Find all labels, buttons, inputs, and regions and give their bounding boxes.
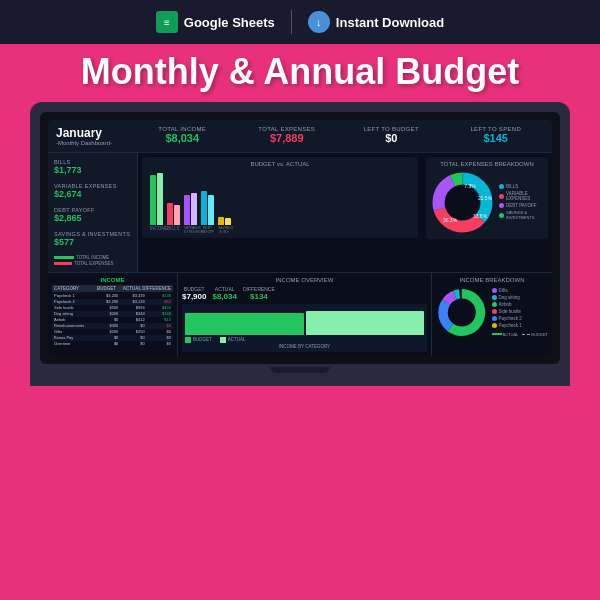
- variable-legend-label: VARIABLE EXPENSES: [506, 191, 544, 201]
- row-cat: Gifts: [54, 329, 92, 334]
- variable-expenses-value: $2,674: [54, 189, 131, 199]
- legend-actual: ACTUAL: [220, 337, 246, 343]
- row-budget: $3,200: [93, 299, 118, 304]
- income-breakdown-legend: Gifts Dog sitting Airbnb: [492, 285, 548, 340]
- instant-download-badge: ↓ Instant Download: [308, 11, 444, 33]
- savings-label: SAVINGS & INVESTMENTS: [54, 231, 131, 237]
- ib-paycheck1: Paycheck 1: [492, 323, 548, 328]
- variable-budget-bar: [184, 195, 190, 225]
- ib-airbnb: Airbnb: [492, 302, 548, 307]
- row-diff: $148: [146, 311, 171, 316]
- donut-wrapper: 7.3% 22.5% 33.8% 36.3% BILLS: [430, 170, 544, 235]
- ib-gifts-label: Gifts: [499, 288, 508, 293]
- debt-payoff-value: $2,865: [54, 213, 131, 223]
- ib-paycheck1-label: Paycheck 1: [499, 323, 522, 328]
- donut-title: TOTAL EXPENSES BREAKDOWN: [430, 161, 544, 167]
- savings-legend-dot: [499, 213, 504, 218]
- ib-side-label: Side hustle: [499, 309, 521, 314]
- income-actual-bar: [306, 311, 425, 335]
- legend-income-bar: [54, 256, 74, 259]
- instant-download-label: Instant Download: [336, 15, 444, 30]
- ib-paycheck1-dot: [492, 323, 497, 328]
- row-cat: Paycheck 2: [54, 299, 92, 304]
- budget-chart-title: BUDGET vs. ACTUAL: [146, 161, 414, 167]
- bar-group-variable: [184, 193, 197, 225]
- row-budget: $0: [93, 317, 118, 322]
- debt-budget-bar: [201, 191, 207, 225]
- income-bar-chart: BUDGET ACTUAL INCOME BY CATEGORY: [182, 304, 427, 352]
- google-sheets-label: Google Sheets: [184, 15, 275, 30]
- total-expenses-stat: TOTAL EXPENSES $7,889: [239, 126, 336, 146]
- table-row: Paycheck 1 $3,200 $3,339 $139: [52, 293, 173, 299]
- row-diff: $139: [146, 293, 171, 298]
- table-row: Paycheck 2 $3,200 $3,138 -$62: [52, 299, 173, 305]
- ib-actual-label: ACTUAL: [503, 332, 519, 337]
- svg-text:22.5%: 22.5%: [478, 195, 493, 201]
- x-label-debt: DEBT PAYOFF: [201, 226, 214, 234]
- ib-paycheck2: Paycheck 2: [492, 316, 548, 321]
- row-budget: $200: [93, 311, 118, 316]
- income-breakdown-content: Gifts Dog sitting Airbnb: [436, 285, 548, 340]
- variable-expenses-metric: VARIABLE EXPENSES $2,674: [54, 183, 131, 199]
- ib-paycheck2-label: Paycheck 2: [499, 316, 522, 321]
- ib-budget-line: [522, 334, 530, 335]
- svg-text:33.8%: 33.8%: [473, 213, 488, 219]
- table-row: Side hustle $500 $994 $494: [52, 305, 173, 311]
- ib-side-dot: [492, 309, 497, 314]
- bills-budget-bar: [167, 203, 173, 225]
- table-row: Airbnb $0 $412 $13: [52, 317, 173, 323]
- table-row: Overtime $0 $0 $0: [52, 341, 173, 347]
- svg-point-13: [449, 299, 475, 325]
- bills-actual-bar: [174, 205, 180, 225]
- row-diff: -$62: [146, 299, 171, 304]
- ov-actual: ACTUAL $8,034: [212, 286, 236, 301]
- ib-side: Side hustle: [492, 309, 548, 314]
- right-panel: TOTAL EXPENSES BREAKDOWN: [422, 153, 552, 272]
- legend-income-label: TOTAL INCOME: [76, 255, 109, 260]
- row-diff: $13: [146, 317, 171, 322]
- ib-dog: Dog sitting: [492, 295, 548, 300]
- bar-group-income: [150, 173, 163, 225]
- legend-actual-dot: [220, 337, 226, 343]
- ib-gifts: Gifts: [492, 288, 548, 293]
- row-actual: $3,138: [119, 299, 144, 304]
- savings-legend-label: SAVINGS & INVESTMENTS: [506, 210, 544, 220]
- row-actual: $3,339: [119, 293, 144, 298]
- legend-budget-label: BUDGET: [193, 337, 212, 342]
- row-diff: $0: [146, 341, 171, 346]
- left-spend-stat: LEFT TO SPEND $145: [448, 126, 545, 146]
- banner-divider: [291, 10, 292, 34]
- col-diff: DIFFERENCE: [142, 286, 171, 291]
- income-bar-legend: BUDGET ACTUAL: [185, 337, 424, 343]
- income-overview-section: INCOME OVERVIEW BUDGET $7,900 ACTUAL $8,…: [178, 273, 432, 356]
- total-expenses-value: $7,889: [239, 132, 336, 144]
- legend-expenses-label: TOTAL EXPENSES: [74, 261, 113, 266]
- overview-stats: BUDGET $7,900 ACTUAL $8,034 DIFFERENCE $…: [182, 286, 427, 301]
- bar-group-debt: [201, 191, 214, 225]
- laptop-wrapper: January -Monthly Dashboard- TOTAL INCOME…: [0, 102, 600, 386]
- table-row: Reimbursements $300 $0 $0: [52, 323, 173, 329]
- bar-group-savings: [218, 217, 231, 225]
- total-income-stat: TOTAL INCOME $8,034: [134, 126, 231, 146]
- laptop-notch: [270, 367, 330, 373]
- mini-legend-area: TOTAL INCOME TOTAL EXPENSES: [54, 255, 131, 266]
- dashboard-header: January -Monthly Dashboard- TOTAL INCOME…: [48, 120, 552, 153]
- legend-bills: BILLS: [499, 184, 544, 189]
- row-cat: Bonus Pay: [54, 335, 92, 340]
- debt-actual-bar: [208, 195, 214, 225]
- ib-airbnb-label: Airbnb: [499, 302, 512, 307]
- col-budget: BUDGET: [92, 286, 116, 291]
- income-by-cat-label: INCOME BY CATEGORY: [185, 344, 424, 349]
- ov-diff: DIFFERENCE $134: [243, 286, 275, 301]
- savings-value: $577: [54, 237, 131, 247]
- ib-budget-legend: BUDGET: [522, 332, 548, 337]
- income-breakdown-section: INCOME BREAKDOWN: [432, 273, 552, 356]
- row-budget: $200: [93, 329, 118, 334]
- left-metrics-panel: BILLS $1,773 VARIABLE EXPENSES $2,674 DE…: [48, 153, 138, 272]
- variable-actual-bar: [191, 193, 197, 225]
- bills-metric: BILLS $1,773: [54, 159, 131, 175]
- bar-group-bills: [167, 203, 180, 225]
- income-budget-bar: [150, 175, 156, 225]
- income-budget-bar: [185, 313, 304, 335]
- month-sub: -Monthly Dashboard-: [56, 140, 126, 146]
